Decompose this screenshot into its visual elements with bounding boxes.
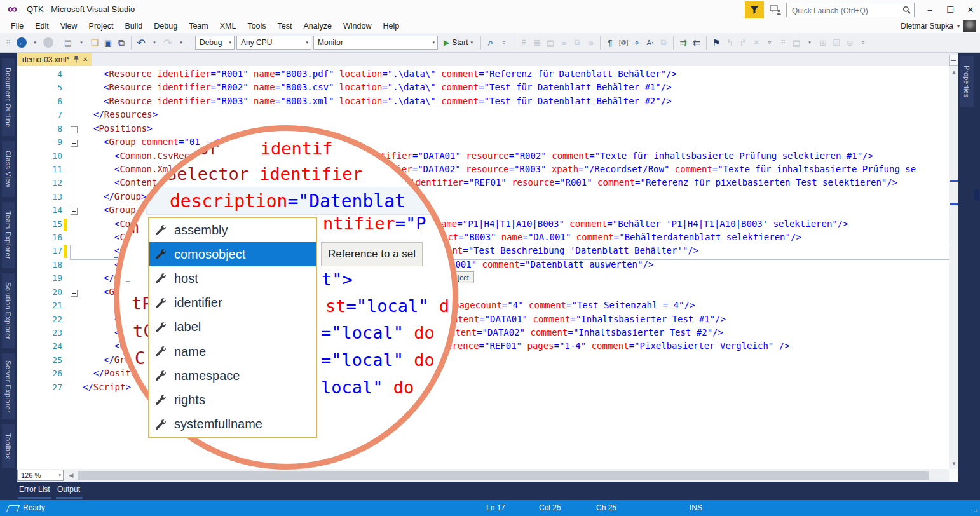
pin-icon[interactable] <box>73 56 79 63</box>
clearbm-icon[interactable]: ✕ <box>751 36 762 49</box>
intellisense-item-identifier[interactable]: identifier <box>149 291 316 315</box>
intellisense-popup[interactable]: assemblycomosobjecthostidentifierlabelna… <box>148 217 317 438</box>
navigate-forward-icon[interactable]: → <box>43 36 54 49</box>
splitter-handle[interactable] <box>949 55 958 66</box>
redo-icon[interactable]: ↷ <box>162 36 174 49</box>
outline-icon[interactable]: ≣ <box>531 36 543 49</box>
tab-demo-03-xml[interactable]: demo-03.xml* ✕ <box>17 53 92 66</box>
intellisense-item-label[interactable]: label <box>149 315 316 339</box>
vertical-scrollbar[interactable] <box>949 66 958 469</box>
quick-launch-box[interactable] <box>786 3 915 17</box>
sidebar-item-properties[interactable]: Properties <box>960 56 974 107</box>
configuration-select[interactable]: Debug▾ <box>195 36 235 50</box>
resize-grip[interactable]: ⣠ <box>973 505 977 512</box>
fold-collapse-box[interactable] <box>71 208 78 215</box>
horizontal-scrollbar[interactable]: 126 % ▾ ◀ <box>17 469 949 482</box>
navigate-back-icon[interactable]: ← <box>16 36 27 49</box>
fold-collapse-box[interactable] <box>71 126 78 133</box>
navigateto-icon[interactable]: A› <box>644 36 656 49</box>
indent-icon[interactable]: ⇉ <box>677 36 689 49</box>
caret-icon[interactable]: ▾ <box>804 36 815 49</box>
platform-select[interactable]: Any CPU▾ <box>236 36 311 50</box>
schema1-icon[interactable]: ⧈ <box>558 36 569 49</box>
menu-item-analyze[interactable]: Analyze <box>298 22 337 31</box>
fold-collapse-box[interactable] <box>71 140 78 147</box>
sidebar-item-solution-explorer[interactable]: Solution Explorer <box>2 273 15 348</box>
openfile-icon[interactable]: ❏ <box>89 36 100 49</box>
nextbm-icon[interactable]: ↱ <box>737 36 749 49</box>
quick-launch-input[interactable] <box>791 4 901 17</box>
findfiles-icon[interactable]: ⌕ <box>485 36 496 49</box>
chevron-down-icon[interactable]: ▾ <box>957 24 960 29</box>
menu-item-debug[interactable]: Debug <box>148 22 183 31</box>
intellisense-item-rights[interactable]: rights <box>149 388 316 412</box>
whitespace-icon[interactable]: ¶ <box>604 36 616 49</box>
menu-item-team[interactable]: Team <box>183 22 214 31</box>
sidebar-item-server-explorer[interactable]: Server Explorer <box>2 353 15 419</box>
overflow-icon[interactable]: ▿ <box>857 36 869 49</box>
schema3-icon[interactable]: ⧇ <box>585 36 596 49</box>
overflow-icon[interactable]: ▿ <box>764 36 775 49</box>
menu-item-test[interactable]: Test <box>272 22 298 31</box>
saveall-icon[interactable]: ⧉ <box>116 36 127 49</box>
intellisense-item-comosobject[interactable]: comosobject <box>149 242 316 266</box>
menu-item-file[interactable]: File <box>5 22 29 31</box>
avatar[interactable] <box>963 20 976 32</box>
undo-icon[interactable]: ↶ <box>135 36 147 49</box>
menu-item-help[interactable]: Help <box>377 22 405 31</box>
selecttag-icon[interactable]: ⌖ <box>631 36 643 49</box>
sidebar-item-team-explorer[interactable]: Team Explorer <box>2 202 15 268</box>
newfile-icon[interactable]: ▤ <box>62 36 74 49</box>
zoom-level-select[interactable]: 126 % ▾ <box>17 470 64 481</box>
bookmark-icon[interactable]: ⚑ <box>711 36 722 49</box>
sidebar-item-output[interactable]: Output <box>57 485 80 494</box>
browse-icon[interactable]: ⊕ <box>844 36 855 49</box>
caret-icon[interactable]: ▾ <box>175 36 187 49</box>
prevbm-icon[interactable]: ↰ <box>724 36 735 49</box>
caret-icon[interactable]: ▾ <box>149 36 160 49</box>
menu-item-xml[interactable]: XML <box>214 22 242 31</box>
menu-item-view[interactable]: View <box>55 22 83 31</box>
wrench-icon <box>155 346 167 357</box>
caret-icon[interactable]: ▾ <box>29 36 41 49</box>
intellisense-item-assembly[interactable]: assembly <box>149 218 316 242</box>
sidebar-item-toolbox[interactable]: Toolbox <box>2 424 15 468</box>
checkdoc-icon[interactable]: ☑ <box>831 36 842 49</box>
intellisense-item-host[interactable]: host <box>149 266 316 290</box>
validate-icon[interactable]: ▤ <box>791 36 802 49</box>
intellisense-item-name[interactable]: name <box>149 339 316 363</box>
newitem-icon[interactable]: ⊞ <box>817 36 829 49</box>
minimize-button[interactable]: – <box>921 1 939 18</box>
notifications-filter-button[interactable] <box>745 1 764 18</box>
scroll-up-icon[interactable]: ▲ <box>949 67 958 76</box>
schema2-icon[interactable]: ⧉ <box>571 36 583 49</box>
document-icon[interactable]: ▤ <box>545 36 556 49</box>
maximize-button[interactable]: ☐ <box>941 1 959 18</box>
close-tab-icon[interactable]: ✕ <box>83 56 88 63</box>
attribute-icon[interactable]: [@] <box>618 36 629 49</box>
menu-item-tools[interactable]: Tools <box>242 22 271 31</box>
sidebar-item-class-view[interactable]: Class View <box>2 141 15 197</box>
caret-icon[interactable]: ▾ <box>76 36 87 49</box>
save-icon[interactable]: ▣ <box>102 36 114 49</box>
intellisense-item-systemfullname[interactable]: systemfullname <box>149 412 316 437</box>
scroll-left-icon[interactable]: ◀ <box>67 471 76 480</box>
scroll-down-icon[interactable]: ▼ <box>949 459 958 468</box>
profile-select[interactable]: Monitor▾ <box>313 36 438 50</box>
user-name[interactable]: Dietmar Stupka <box>901 22 953 31</box>
menu-item-window[interactable]: Window <box>337 22 377 31</box>
close-button[interactable]: ✕ <box>962 1 979 18</box>
copystruct-icon[interactable]: ⧉ <box>658 36 669 49</box>
menu-item-edit[interactable]: Edit <box>29 22 55 31</box>
start-button[interactable]: ▶Start▾ <box>440 38 477 47</box>
overflow-icon[interactable]: ▿ <box>498 36 510 49</box>
menu-item-project[interactable]: Project <box>83 22 119 31</box>
horizontal-scroll-thumb[interactable] <box>78 471 929 480</box>
sidebar-item-document-outline[interactable]: Document Outline <box>2 58 15 136</box>
feedback-button[interactable] <box>767 3 784 17</box>
formatdoc-icon[interactable]: ⇇ <box>691 36 702 49</box>
intellisense-item-namespace[interactable]: namespace <box>149 363 316 388</box>
menu-item-build[interactable]: Build <box>119 22 148 31</box>
fold-collapse-box[interactable] <box>71 290 78 297</box>
sidebar-item-error-list[interactable]: Error List <box>19 485 50 494</box>
